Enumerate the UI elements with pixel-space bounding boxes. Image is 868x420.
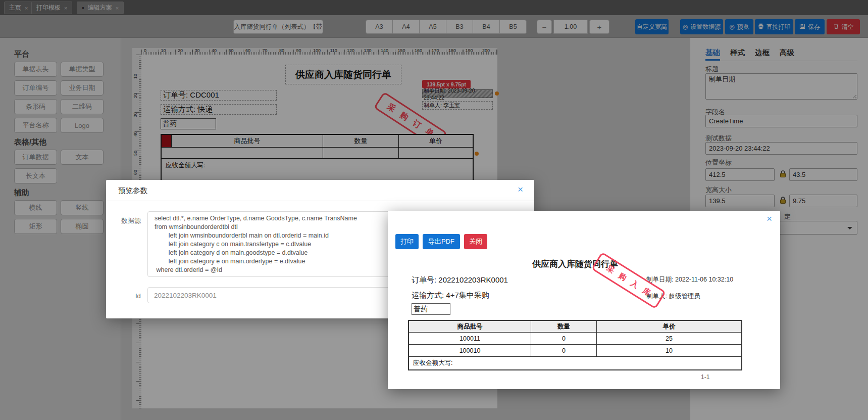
preview-order-no: 订单号: 2022102203RK0001: [412, 275, 508, 285]
modal-header: 预览参数 ×: [106, 180, 534, 201]
close-button[interactable]: 关闭: [464, 234, 487, 249]
col-header-batch: 商品批号: [409, 321, 531, 333]
preview-doc-title: 供应商入库随货同行单: [408, 258, 742, 270]
page-indicator: 1-1: [701, 374, 709, 381]
close-icon[interactable]: ×: [767, 214, 772, 223]
cell-batch: 100011: [409, 333, 531, 344]
export-pdf-button[interactable]: 导出PDF: [423, 234, 460, 249]
print-button[interactable]: 打印: [395, 234, 419, 249]
cell-price: 10: [597, 345, 741, 356]
preview-table: 商品批号 数量 单价 100011 0 25 100010 0 10 应收金额大…: [408, 320, 742, 370]
table-row: 100011 0 25: [409, 333, 741, 345]
table-row: 100010 0 10: [409, 345, 741, 357]
id-label: Id: [135, 292, 141, 300]
close-icon[interactable]: ×: [518, 184, 523, 194]
col-header-qty: 数量: [531, 321, 597, 333]
amount-in-words-row: 应收金额大写:: [409, 357, 741, 369]
preview-transport: 运输方式: 4+7集中采购: [412, 291, 489, 300]
cell-qty: 0: [531, 333, 597, 344]
print-preview-modal: × 打印 导出PDF 关闭 供应商入库随货同行单 订单号: 2022102203…: [388, 211, 780, 389]
preview-drug-type: 普药: [412, 303, 450, 315]
preview-table-header-row: 商品批号 数量 单价: [409, 321, 741, 333]
cell-batch: 100010: [409, 345, 531, 356]
modal-title: 预览参数: [118, 186, 147, 196]
preview-make-date: 制单日期: 2022-11-06 10:32:10: [646, 275, 733, 284]
datasource-label: 数据源: [121, 216, 141, 225]
col-header-price: 单价: [597, 321, 741, 333]
cell-qty: 0: [531, 345, 597, 356]
cell-price: 25: [597, 333, 741, 344]
